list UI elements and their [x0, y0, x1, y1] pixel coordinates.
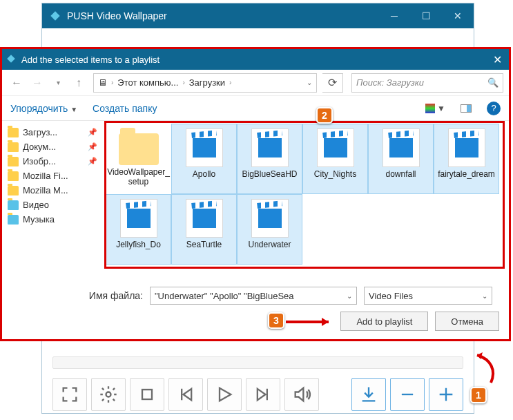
- folder-icon: [8, 142, 19, 152]
- svg-rect-1: [142, 390, 152, 399]
- dialog-toolbar: Упорядочить ▼ Создать папку ▼ ?: [2, 96, 509, 121]
- video-file-icon: [120, 199, 157, 238]
- files-area[interactable]: VideoWallpaper_setupApolloBigBlueSeaHDCi…: [103, 121, 509, 280]
- remove-button[interactable]: [390, 378, 425, 411]
- refresh-button[interactable]: ⟳: [322, 73, 343, 93]
- filename-input[interactable]: "Underwater" "Apollo" "BigBlueSea ⌄: [150, 287, 357, 305]
- file-item[interactable]: downfall: [368, 124, 434, 194]
- recent-dropdown[interactable]: ▾: [49, 74, 67, 92]
- open-button[interactable]: Add to playlist: [340, 312, 428, 331]
- sidebar-item[interactable]: Видео: [5, 198, 100, 212]
- close-button[interactable]: ✕: [442, 3, 474, 28]
- chevron-right-icon: ›: [182, 79, 184, 86]
- breadcrumb-seg[interactable]: Этот компью...: [117, 77, 178, 88]
- filetype-filter[interactable]: Video Files ⌄: [364, 287, 492, 305]
- folder-icon: [8, 186, 19, 195]
- previous-button[interactable]: [168, 378, 203, 411]
- folder-icon: [119, 133, 159, 165]
- arrow-annotation: [463, 350, 502, 388]
- callout-2: 2: [316, 107, 333, 124]
- sidebar-item[interactable]: Mozilla Fi...: [5, 169, 100, 183]
- breadcrumb-seg[interactable]: Загрузки: [189, 77, 225, 88]
- volume-button[interactable]: [284, 378, 319, 411]
- dialog-bottom: Имя файла: "Underwater" "Apollo" "BigBlu…: [2, 280, 509, 339]
- file-item[interactable]: Apollo: [171, 124, 237, 194]
- folder-icon: [8, 157, 19, 166]
- chevron-down-icon: ⌄: [347, 292, 352, 300]
- file-item[interactable]: SeaTurtle: [171, 194, 237, 265]
- sidebar-item[interactable]: Загруз...📌: [5, 125, 100, 140]
- dialog-close-button[interactable]: ✕: [485, 53, 509, 66]
- file-dialog: Add the selected items to a playlist ✕ ←…: [0, 47, 511, 341]
- video-file-icon: [251, 199, 289, 238]
- video-file-icon: [448, 128, 485, 167]
- maximize-button[interactable]: ☐: [410, 3, 442, 28]
- sidebar-item[interactable]: Музыка: [5, 212, 100, 227]
- player-controls: [52, 356, 463, 413]
- parent-titlebar: PUSH Video Wallpaper ─ ☐ ✕: [42, 3, 474, 28]
- file-item[interactable]: VideoWallpaper_setup: [106, 124, 171, 194]
- up-button[interactable]: ↑: [70, 74, 88, 92]
- dialog-logo-icon: [6, 54, 17, 65]
- sidebar: Загруз...📌Докум...📌Изобр...📌Mozilla Fi..…: [2, 121, 103, 280]
- parent-title: PUSH Video Wallpaper: [67, 10, 378, 21]
- play-button[interactable]: [207, 378, 242, 411]
- forward-button[interactable]: →: [28, 74, 46, 92]
- add-button[interactable]: [429, 378, 463, 411]
- organize-menu[interactable]: Упорядочить ▼: [10, 103, 77, 114]
- sidebar-item[interactable]: Докум...📌: [5, 140, 100, 154]
- fullscreen-button[interactable]: [52, 378, 87, 411]
- search-input[interactable]: Поиск: Загрузки 🔍: [351, 73, 503, 93]
- preview-pane-button[interactable]: [461, 104, 472, 113]
- folder-icon: [8, 171, 19, 181]
- file-item[interactable]: City_Nights: [302, 124, 368, 194]
- help-button[interactable]: ?: [487, 102, 501, 115]
- download-button[interactable]: [351, 378, 386, 411]
- settings-button[interactable]: [91, 378, 126, 411]
- video-file-icon: [317, 128, 354, 167]
- breadcrumb-dropdown-icon[interactable]: ⌄: [307, 79, 312, 86]
- video-file-icon: [186, 199, 223, 238]
- new-folder-button[interactable]: Создать папку: [93, 103, 157, 114]
- filename-label: Имя файла:: [12, 290, 143, 301]
- nav-bar: ← → ▾ ↑ 🖥 › Этот компью... › Загрузки › …: [2, 70, 509, 96]
- chevron-down-icon: ⌄: [482, 292, 487, 300]
- dialog-title: Add the selected items to a playlist: [21, 55, 485, 65]
- chevron-right-icon: ›: [111, 79, 113, 86]
- search-icon: 🔍: [487, 77, 499, 88]
- folder-icon: [8, 200, 19, 210]
- app-logo-icon: [49, 10, 61, 22]
- file-item[interactable]: fairytale_dream: [434, 124, 499, 194]
- file-item[interactable]: Jellyfish_Do: [106, 194, 171, 265]
- minimize-button[interactable]: ─: [378, 3, 410, 28]
- pin-icon: 📌: [88, 142, 97, 151]
- sidebar-item[interactable]: Mozilla M...: [5, 183, 100, 198]
- sidebar-item[interactable]: Изобр...📌: [5, 154, 100, 169]
- svg-point-0: [106, 392, 111, 397]
- progress-slider[interactable]: [52, 356, 463, 369]
- pin-icon: 📌: [88, 157, 97, 166]
- search-placeholder: Поиск: Загрузки: [356, 77, 487, 88]
- file-item[interactable]: Underwater: [237, 194, 302, 265]
- next-button[interactable]: [246, 378, 280, 411]
- chevron-right-icon: ›: [229, 79, 231, 86]
- video-file-icon: [251, 128, 289, 167]
- folder-icon: [8, 128, 19, 137]
- callout-3: 3: [268, 312, 284, 329]
- folder-icon: [8, 215, 19, 225]
- callout-1: 1: [470, 387, 487, 403]
- breadcrumb[interactable]: 🖥 › Этот компью... › Загрузки › ⌄: [93, 73, 317, 93]
- stop-button[interactable]: [130, 378, 164, 411]
- cancel-button[interactable]: Отмена: [435, 312, 499, 331]
- pc-icon: 🖥: [98, 77, 107, 88]
- view-mode-button[interactable]: ▼: [425, 104, 445, 113]
- file-item[interactable]: BigBlueSeaHD: [237, 124, 302, 194]
- pin-icon: 📌: [88, 128, 97, 137]
- dialog-titlebar: Add the selected items to a playlist ✕: [2, 49, 509, 70]
- video-file-icon: [186, 128, 223, 167]
- arrow-annotation: [284, 315, 340, 329]
- video-file-icon: [383, 128, 420, 167]
- back-button[interactable]: ←: [8, 74, 26, 92]
